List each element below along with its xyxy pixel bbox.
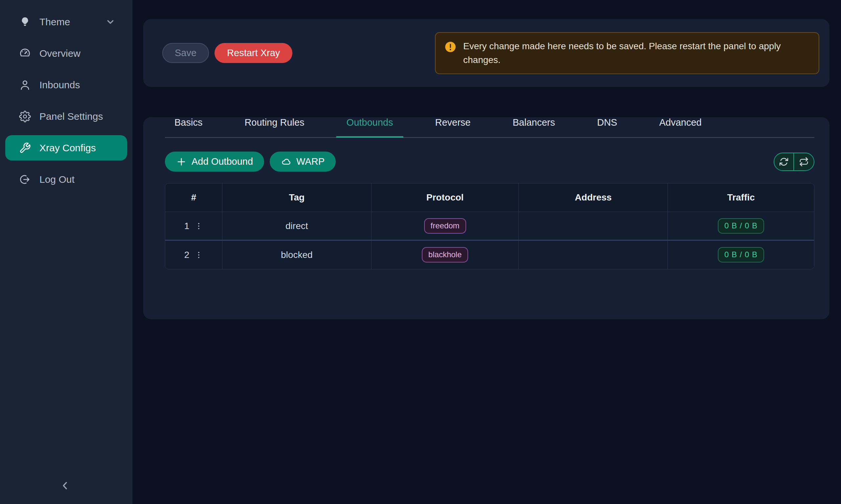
outbounds-table: # Tag Protocol Address Traffic 1 direct … xyxy=(165,183,814,269)
sidebar-item-panel-settings[interactable]: Panel Settings xyxy=(5,104,127,129)
column-header-protocol: Protocol xyxy=(372,183,519,212)
row-traffic-cell: 0 B / 0 B xyxy=(668,240,814,269)
outbound-tag: direct xyxy=(286,221,308,231)
config-tabs: Basics Routing Rules Outbounds Reverse B… xyxy=(165,117,814,138)
protocol-badge: blackhole xyxy=(422,247,468,263)
chevron-left-icon xyxy=(59,480,71,492)
row-menu-icon[interactable] xyxy=(194,250,203,260)
traffic-badge: 0 B / 0 B xyxy=(718,218,764,234)
gauge-icon xyxy=(19,48,31,59)
column-header-traffic: Traffic xyxy=(668,183,814,212)
warp-button[interactable]: WARP xyxy=(270,151,336,172)
row-index-cell: 2 xyxy=(165,240,222,269)
restart-xray-button[interactable]: Restart Xray xyxy=(214,43,292,63)
repeat-icon xyxy=(799,157,809,167)
refresh-icon xyxy=(779,157,789,167)
outbound-tag: blocked xyxy=(281,250,313,260)
row-protocol-cell: freedom xyxy=(372,212,519,240)
logout-icon xyxy=(19,174,31,185)
unsaved-changes-alert: Every change made here needs to be saved… xyxy=(435,32,819,74)
tab-outbounds[interactable]: Outbounds xyxy=(347,117,393,137)
traffic-badge: 0 B / 0 B xyxy=(718,247,764,263)
protocol-badge: freedom xyxy=(424,218,466,234)
row-index: 2 xyxy=(184,250,190,260)
sidebar-item-xray-configs[interactable]: Xray Configs xyxy=(5,135,127,160)
tab-balancers[interactable]: Balancers xyxy=(513,117,555,137)
add-outbound-button[interactable]: Add Outbound xyxy=(165,151,264,172)
tab-dns[interactable]: DNS xyxy=(597,117,617,137)
column-header-index: # xyxy=(165,183,222,212)
sidebar-item-label: Inbounds xyxy=(39,79,80,91)
row-address-cell xyxy=(519,240,668,269)
row-menu-icon[interactable] xyxy=(194,221,203,231)
tab-advanced[interactable]: Advanced xyxy=(659,117,702,137)
user-icon xyxy=(19,79,31,91)
sidebar-item-label: Panel Settings xyxy=(39,111,103,122)
sidebar-item-label: Xray Configs xyxy=(39,142,96,154)
sidebar: Theme Overview Inbounds xyxy=(0,0,132,504)
row-tag-cell: direct xyxy=(222,212,372,240)
sidebar-item-theme[interactable]: Theme xyxy=(5,9,127,34)
main-content: Save Restart Xray Every change made here… xyxy=(132,0,841,504)
add-outbound-label: Add Outbound xyxy=(191,156,253,167)
row-traffic-cell: 0 B / 0 B xyxy=(668,212,814,240)
lightbulb-icon xyxy=(19,16,31,28)
app-root: Theme Overview Inbounds xyxy=(0,0,841,504)
alert-text: Every change made here needs to be saved… xyxy=(463,39,795,67)
cloud-icon xyxy=(281,157,291,167)
sidebar-item-inbounds[interactable]: Inbounds xyxy=(5,72,127,97)
refresh-button-group xyxy=(774,152,814,171)
toolbar-card: Save Restart Xray Every change made here… xyxy=(143,19,829,87)
wrench-icon xyxy=(19,142,31,154)
tab-routing-rules[interactable]: Routing Rules xyxy=(244,117,304,137)
plus-icon xyxy=(176,157,187,167)
sidebar-item-label: Theme xyxy=(39,16,70,28)
sidebar-item-label: Log Out xyxy=(39,174,74,185)
row-protocol-cell: blackhole xyxy=(372,240,519,269)
chevron-down-icon xyxy=(105,17,115,27)
sidebar-item-label: Overview xyxy=(39,48,81,59)
column-header-tag: Tag xyxy=(222,183,372,212)
outbounds-actions-row: Add Outbound WARP xyxy=(165,151,814,172)
tab-reverse[interactable]: Reverse xyxy=(435,117,470,137)
sidebar-item-log-out[interactable]: Log Out xyxy=(5,167,127,192)
row-address-cell xyxy=(519,212,668,240)
column-header-address: Address xyxy=(519,183,668,212)
reload-template-button[interactable] xyxy=(794,153,814,170)
row-tag-cell: blocked xyxy=(222,240,372,269)
row-index: 1 xyxy=(184,221,190,231)
warning-icon xyxy=(444,41,457,53)
xray-config-card: Basics Routing Rules Outbounds Reverse B… xyxy=(143,117,829,319)
sidebar-collapse-button[interactable] xyxy=(55,476,75,496)
save-button[interactable]: Save xyxy=(162,43,209,63)
row-index-cell: 1 xyxy=(165,212,222,240)
sidebar-item-overview[interactable]: Overview xyxy=(5,41,127,66)
warp-label: WARP xyxy=(296,156,325,167)
tab-basics[interactable]: Basics xyxy=(174,117,202,137)
refresh-button[interactable] xyxy=(774,153,794,170)
gear-icon xyxy=(19,111,31,122)
